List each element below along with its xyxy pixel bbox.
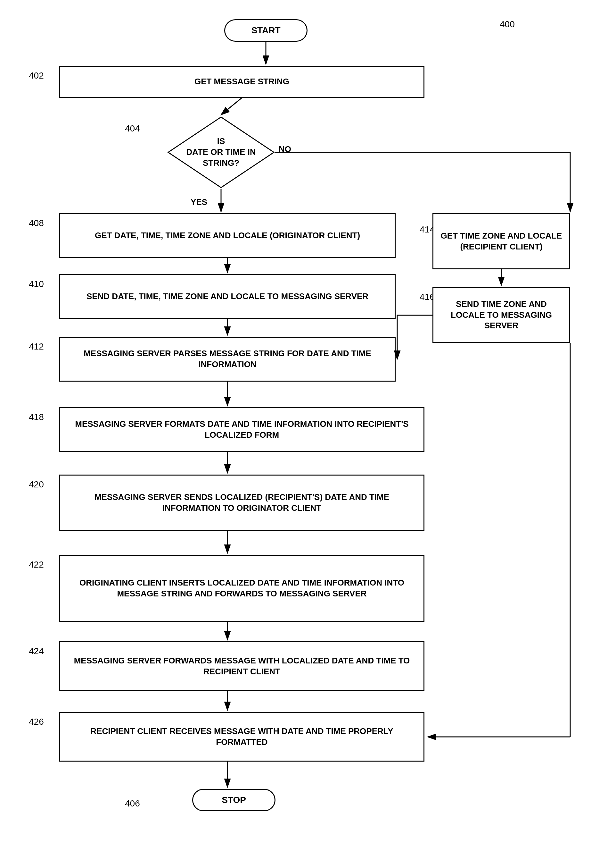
no-label: NO <box>279 144 291 154</box>
stop-terminal: STOP <box>192 789 276 811</box>
ref-412: 412 <box>29 341 44 352</box>
step-420: MESSAGING SERVER SENDS LOCALIZED (RECIPI… <box>59 474 425 531</box>
step-408: GET DATE, TIME, TIME ZONE AND LOCALE (OR… <box>59 213 396 258</box>
step-412: MESSAGING SERVER PARSES MESSAGE STRING F… <box>59 337 396 382</box>
ref-408: 408 <box>29 218 44 228</box>
ref-418: 418 <box>29 412 44 422</box>
start-terminal: START <box>224 19 307 42</box>
ref-420: 420 <box>29 479 44 489</box>
ref-424: 424 <box>29 646 44 656</box>
ref-422: 422 <box>29 560 44 570</box>
step-418: MESSAGING SERVER FORMATS DATE AND TIME I… <box>59 407 425 452</box>
ref-402: 402 <box>29 71 44 81</box>
ref-410: 410 <box>29 279 44 289</box>
diagram-title: 400 <box>500 19 515 30</box>
ref-426: 426 <box>29 717 44 727</box>
yes-label: YES <box>191 197 207 207</box>
step-424: MESSAGING SERVER FORWARDS MESSAGE WITH L… <box>59 641 425 691</box>
step-404-text: ISDATE OR TIME INSTRING? <box>186 136 256 168</box>
step-410: SEND DATE, TIME, TIME ZONE AND LOCALE TO… <box>59 274 396 319</box>
svg-line-3 <box>221 98 242 115</box>
step-422: ORIGINATING CLIENT INSERTS LOCALIZED DAT… <box>59 555 425 622</box>
flowchart-diagram: 400 START 402 GET MESSAGE STRING 404 ISD… <box>0 0 616 852</box>
step-426: RECIPIENT CLIENT RECEIVES MESSAGE WITH D… <box>59 712 425 761</box>
step-402: GET MESSAGE STRING <box>59 66 425 98</box>
ref-406: 406 <box>125 798 140 809</box>
step-414: GET TIME ZONE AND LOCALE (RECIPIENT CLIE… <box>432 213 570 269</box>
ref-404: 404 <box>125 124 140 134</box>
step-404-diamond: ISDATE OR TIME INSTRING? <box>167 115 276 189</box>
step-416: SEND TIME ZONE AND LOCALE TO MESSAGING S… <box>432 287 570 343</box>
